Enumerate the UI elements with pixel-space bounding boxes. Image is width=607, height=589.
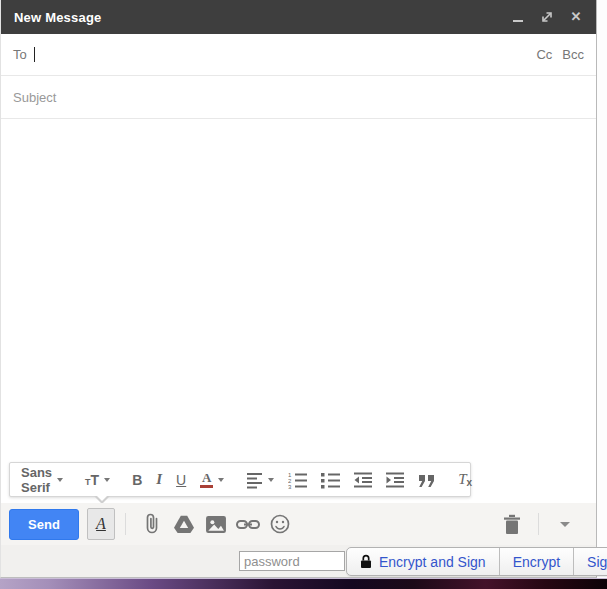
action-bar: Send A	[1, 503, 596, 545]
indent-less-button[interactable]	[347, 466, 379, 494]
compose-window: New Message ✕ To	[0, 0, 597, 578]
formatting-a-icon: A	[96, 515, 106, 533]
discard-draft-button[interactable]	[499, 509, 525, 539]
indent-more-icon	[386, 471, 404, 489]
subject-row	[1, 76, 596, 119]
italic-icon: I	[156, 471, 162, 488]
text-color-icon: A	[200, 472, 213, 488]
action-bar-right	[496, 509, 588, 539]
quote-icon	[418, 472, 436, 488]
insert-drive-button[interactable]	[171, 509, 197, 539]
numbered-list-icon: 123	[288, 471, 307, 489]
remove-formatting-button[interactable]: Tx	[451, 466, 479, 494]
more-options-button[interactable]	[552, 509, 578, 539]
desktop-wallpaper-strip	[0, 578, 607, 589]
align-button[interactable]	[239, 466, 281, 494]
minimize-button[interactable]	[511, 10, 525, 24]
text-cursor	[34, 47, 35, 62]
password-input[interactable]	[239, 551, 345, 571]
window-title: New Message	[14, 10, 101, 25]
font-size-button[interactable]: TT	[78, 466, 117, 494]
popout-icon	[541, 11, 553, 23]
subject-input[interactable]	[3, 90, 594, 105]
ccbcc-links: Cc Bcc	[536, 47, 584, 62]
window-controls: ✕	[511, 10, 583, 24]
font-family-label: Sans Serif	[21, 465, 52, 495]
insert-link-button[interactable]	[235, 509, 261, 539]
close-button[interactable]: ✕	[569, 10, 583, 24]
chevron-down-icon	[218, 478, 224, 482]
close-icon: ✕	[571, 10, 582, 24]
trash-icon	[503, 514, 521, 535]
chevron-down-icon	[268, 478, 274, 482]
align-left-icon	[246, 471, 263, 489]
underline-icon: U	[176, 472, 186, 488]
formatting-options-button[interactable]: A	[87, 508, 115, 540]
encrypt-and-sign-button[interactable]: Encrypt and Sign	[347, 548, 499, 575]
remove-formatting-icon: T	[458, 471, 466, 488]
minimize-icon	[513, 20, 523, 22]
toolbar-divider	[125, 513, 126, 535]
encrypt-button-group: Encrypt and Sign Encrypt Sign	[346, 547, 607, 576]
chevron-down-icon	[104, 478, 110, 482]
bulleted-list-button[interactable]	[314, 466, 347, 494]
insert-photo-button[interactable]	[203, 509, 229, 539]
cc-link[interactable]: Cc	[536, 47, 552, 62]
encrypt-button[interactable]: Encrypt	[499, 548, 573, 575]
titlebar: New Message ✕	[1, 0, 596, 34]
bulleted-list-icon	[321, 471, 340, 489]
to-label: To	[13, 47, 27, 62]
underline-button[interactable]: U	[169, 466, 193, 494]
encrypt-bar: Encrypt and Sign Encrypt Sign	[1, 545, 596, 577]
formatting-toolbar: Sans Serif TT B I U	[9, 462, 471, 497]
toolbar-divider	[538, 513, 539, 535]
indent-less-icon	[354, 471, 372, 489]
indent-more-button[interactable]	[379, 466, 411, 494]
popout-button[interactable]	[540, 10, 554, 24]
font-family-button[interactable]: Sans Serif	[14, 466, 70, 494]
recipients-row[interactable]: To Cc Bcc	[1, 34, 596, 76]
bold-icon: B	[132, 472, 142, 488]
bold-button[interactable]: B	[125, 466, 149, 494]
attach-file-button[interactable]	[139, 509, 165, 539]
bcc-link[interactable]: Bcc	[562, 47, 584, 62]
numbered-list-button[interactable]: 123	[281, 466, 314, 494]
quote-button[interactable]	[411, 466, 443, 494]
message-body[interactable]: Sans Serif TT B I U	[1, 119, 596, 503]
text-color-button[interactable]: A	[193, 466, 231, 494]
screen: New Message ✕ To	[0, 0, 607, 589]
emoji-icon	[270, 514, 290, 534]
chevron-down-icon	[57, 478, 63, 482]
link-icon	[236, 517, 260, 532]
send-button[interactable]: Send	[9, 509, 79, 540]
insert-emoji-button[interactable]	[267, 509, 293, 539]
italic-button[interactable]: I	[149, 466, 169, 494]
chevron-down-icon	[560, 522, 570, 527]
paperclip-icon	[142, 513, 162, 535]
sign-button[interactable]: Sign	[573, 548, 607, 575]
lock-icon	[360, 554, 372, 569]
photo-icon	[205, 515, 227, 534]
drive-icon	[173, 514, 195, 534]
svg-text:3: 3	[288, 483, 292, 489]
